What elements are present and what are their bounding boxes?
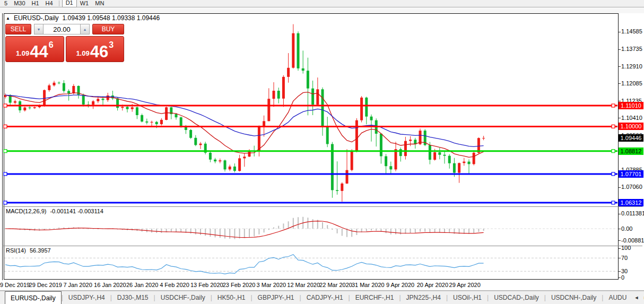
- sell-price-pip-digit: 6: [49, 40, 54, 50]
- date-axis-label: 9 Apr 2020: [386, 282, 414, 288]
- rsi-axis-tick: [619, 258, 621, 258]
- date-axis-label: 22 Mar 2020: [319, 282, 352, 288]
- chevron-up-icon: ▲: [83, 28, 87, 31]
- price-axis-tick: [619, 32, 621, 32]
- price-axis-label: 1.14585: [621, 28, 642, 34]
- rsi-axis-label: 70: [621, 255, 628, 261]
- buy-price-big-digits: 46: [90, 45, 108, 59]
- date-axis-label: 29 Apr 2020: [449, 282, 481, 288]
- macd-name: MACD(12,26,9): [6, 208, 46, 214]
- rsi-axis-label: 100: [621, 245, 631, 251]
- tab-gbpjpy-h1[interactable]: GBPJPY-,H1: [253, 291, 300, 304]
- price-badge-1-08812: 1.08812: [619, 147, 643, 155]
- date-axis-label: 26 Jan 2020: [126, 282, 159, 288]
- date-axis-label: 13 Feb 2020: [190, 282, 223, 288]
- date-axis-label: 7 Jan 2020: [63, 282, 92, 288]
- rsi-axis-tick: [619, 248, 621, 249]
- sell-button[interactable]: SELL: [5, 24, 31, 34]
- timeframe-button-mn[interactable]: MN: [92, 0, 107, 7]
- macd-pane-splitter[interactable]: [2, 206, 642, 207]
- date-axis-label: 31 Mar 2020: [352, 282, 385, 288]
- chart-title-ohlc: 1.09439 1.09548 1.09338 1.09446: [63, 14, 160, 22]
- tab-usoil-h1[interactable]: USOil-,H1: [448, 291, 487, 304]
- chart-tab-bar: EURUSD-,Daily|USDJPY-,H4|DJ30-,M15|USDCH…: [0, 291, 644, 304]
- rsi-axis-tick: [619, 277, 621, 278]
- timeframe-button-w1[interactable]: W1: [77, 0, 92, 7]
- date-axis-label: 20 Apr 2020: [417, 282, 448, 288]
- macd-axis-label: 0.00: [621, 225, 632, 232]
- volume-decrease-button[interactable]: ▼: [34, 24, 43, 34]
- macd-axis-label: 0.011381: [621, 210, 644, 216]
- price-axis-tick: [619, 49, 621, 50]
- price-axis-tick: [619, 118, 621, 118]
- price-axis-label: 1.10410: [621, 115, 642, 121]
- tab-usdjpy-h4[interactable]: USDJPY-,H4: [63, 291, 110, 304]
- tab-cadjpy-h1[interactable]: CADJPY-,H1: [301, 291, 349, 304]
- price-badge-1-06312: 1.06312: [619, 199, 643, 206]
- price-badge-1-07701: 1.07701: [619, 170, 643, 178]
- date-axis-label: 3 Mar 2020: [257, 282, 286, 288]
- tab-usdcad-daily[interactable]: USDCAD-,Daily: [489, 291, 544, 304]
- macd-values: -0.001141 -0.003114: [50, 208, 103, 214]
- tab-hk50-h1[interactable]: HK50-,H1: [212, 291, 251, 304]
- tab-audu[interactable]: AUDU: [603, 291, 632, 304]
- price-axis-label: 1.13735: [621, 46, 642, 52]
- sell-price-display[interactable]: 1.09 44 6: [5, 36, 64, 62]
- volume-increase-button[interactable]: ▲: [80, 24, 90, 34]
- price-axis-label: 1.12910: [621, 63, 642, 70]
- collapse-triangle-icon: ▲: [6, 16, 10, 21]
- date-axis-label: 16 Jan 2020: [94, 282, 126, 288]
- rsi-axis-label: 30: [621, 268, 628, 274]
- macd-axis-tick: [619, 214, 621, 214]
- rsi-axis-label: 0: [621, 274, 624, 281]
- timeframe-button-h4[interactable]: H4: [42, 0, 56, 7]
- tab-eurchf-h1[interactable]: EURCHF-,H1: [350, 291, 399, 304]
- timeframe-button-h1[interactable]: H1: [29, 0, 42, 7]
- tab-jpn225-h4[interactable]: JPN225-,H4: [401, 291, 446, 304]
- date-axis-label: 23 Feb 2020: [223, 282, 256, 288]
- buy-price-pip-digit: 3: [109, 40, 114, 50]
- rsi-axis-tick: [619, 271, 621, 272]
- macd-axis-label: -0.00881: [621, 237, 644, 244]
- price-badge-1-09446: 1.09446: [619, 134, 643, 142]
- chevron-down-icon: ▼: [37, 28, 41, 31]
- date-axis-label: 19 Dec 2019: [0, 282, 30, 288]
- price-axis-label: 1.12085: [621, 80, 642, 86]
- tab-usdchf-daily[interactable]: USDCHF-,Daily: [155, 291, 211, 304]
- tabs-scroll-left-icon[interactable]: ◄: [632, 291, 641, 304]
- price-axis-tick: [619, 187, 621, 188]
- tab-dj30-m15[interactable]: DJ30-,M15: [112, 291, 154, 304]
- timeframe-button-d1[interactable]: D1: [62, 0, 77, 7]
- date-axis-label: 4 Feb 2020: [160, 282, 189, 288]
- macd-axis-tick: [619, 240, 621, 241]
- chart-title-symbol: EURUSD-,Daily: [14, 14, 59, 22]
- timeframe-button-m30[interactable]: M30: [11, 0, 28, 7]
- date-axis-label: 12 Mar 2020: [287, 282, 320, 288]
- price-axis-tick: [619, 66, 621, 67]
- price-axis-label: 1.07060: [621, 184, 642, 190]
- volume-input[interactable]: 20.00: [43, 24, 80, 34]
- sell-price-prefix: 1.09: [16, 49, 29, 57]
- price-badge-1-11010: 1.11010: [619, 102, 643, 109]
- rsi-value: 56.3957: [30, 247, 51, 254]
- tab-eurusd-daily[interactable]: EURUSD-,Daily: [5, 291, 62, 304]
- tab-usdcnh-daily[interactable]: USDCNH-,Daily: [546, 291, 602, 304]
- chart-window-left-edge: [2, 13, 3, 280]
- date-axis-label: 29 Dec 2019: [29, 282, 62, 288]
- timeframe-button-5[interactable]: 5: [1, 0, 11, 7]
- buy-button[interactable]: BUY: [92, 24, 124, 34]
- price-badge-1-10000: 1.10000: [619, 123, 643, 130]
- rsi-label: RSI(14) 56.3957: [6, 247, 51, 254]
- sell-price-big-digits: 44: [30, 45, 48, 59]
- rsi-name: RSI(14): [6, 247, 26, 254]
- one-click-trading-panel: SELL ▼ 20.00 ▲ BUY 1.09 44 6 1.09 46 3: [5, 24, 124, 62]
- buy-price-display[interactable]: 1.09 46 3: [66, 36, 125, 62]
- macd-label: MACD(12,26,9) -0.001141 -0.003114: [6, 208, 103, 214]
- buy-price-prefix: 1.09: [76, 49, 89, 57]
- macd-axis-tick: [619, 229, 621, 229]
- toolbar-divider: [59, 1, 59, 6]
- tabs-scroll-right-icon[interactable]: ►: [641, 291, 644, 304]
- chart-title: ▲ EURUSD-,Daily 1.09439 1.09548 1.09338 …: [6, 14, 160, 22]
- rsi-pane-splitter[interactable]: [2, 246, 642, 246]
- price-axis-tick: [619, 83, 621, 84]
